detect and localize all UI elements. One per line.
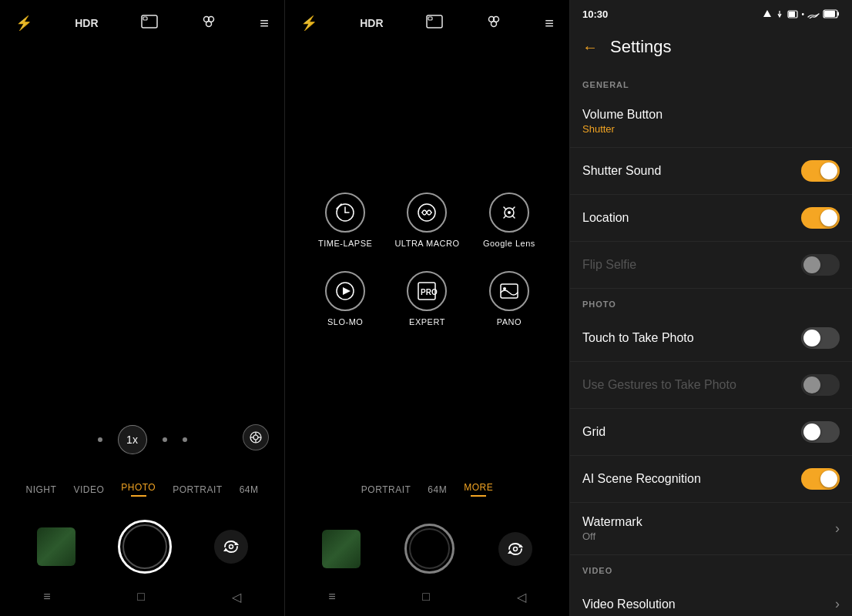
p2-nav-back-icon[interactable]: ◁ <box>517 590 526 604</box>
hdr-label[interactable]: HDR <box>75 17 98 29</box>
gallery-thumbnail[interactable] <box>37 527 75 566</box>
p2-thumbnail-image <box>322 530 361 568</box>
settings-header: ← Settings <box>570 28 852 69</box>
setting-location[interactable]: Location <box>570 195 852 242</box>
setting-touch-to-take[interactable]: Touch to Take Photo <box>570 315 852 362</box>
p2-gallery-thumbnail[interactable] <box>322 530 361 568</box>
svg-rect-15 <box>428 17 432 20</box>
p2-menu-icon[interactable]: ≡ <box>545 15 554 32</box>
mode-active-indicator <box>131 495 146 497</box>
location-info: Location <box>582 211 629 225</box>
svg-line-27 <box>504 216 506 218</box>
p2-gallery-icon[interactable] <box>426 15 443 32</box>
p2-mode-64m[interactable]: 64M <box>428 484 447 495</box>
mode-ultramacro[interactable]: ULTRA MACRO <box>390 192 464 248</box>
nav-home-icon[interactable]: □ <box>137 590 145 604</box>
camera-modes-panel: ⚡ HDR ≡ <box>285 0 570 616</box>
ai-scene-button[interactable] <box>243 424 269 450</box>
effects-icon[interactable] <box>200 13 217 34</box>
watermark-chevron: › <box>835 521 840 537</box>
flip-selfie-toggle[interactable] <box>801 254 840 276</box>
p2-navigation-bar: ≡ □ ◁ <box>285 578 569 616</box>
panel2-topbar: ⚡ HDR ≡ <box>285 0 569 46</box>
photo-section-header: PHOTO <box>570 289 852 315</box>
flip-camera-button[interactable] <box>214 530 248 564</box>
volume-button-info: Volume Button Shutter <box>582 108 662 135</box>
setting-grid[interactable]: Grid <box>570 409 852 456</box>
setting-video-resolution[interactable]: Video Resolution › <box>570 581 852 616</box>
watermark-label: Watermark <box>582 515 642 529</box>
p2-shutter-button[interactable] <box>404 524 455 574</box>
use-gestures-toggle[interactable] <box>801 374 840 396</box>
svg-rect-43 <box>824 11 835 17</box>
settings-title: Settings <box>610 37 672 57</box>
p2-mode-more[interactable]: MORE <box>464 482 493 497</box>
touch-to-take-label: Touch to Take Photo <box>582 331 694 345</box>
status-time: 10:30 <box>582 8 608 20</box>
timelapse-label: TIME-LAPSE <box>318 239 372 248</box>
setting-shutter-sound[interactable]: Shutter Sound <box>570 148 852 195</box>
nav-menu-icon[interactable]: ≡ <box>43 590 50 604</box>
p2-effects-icon[interactable] <box>485 13 502 34</box>
setting-flip-selfie[interactable]: Flip Selfie <box>570 242 852 289</box>
ultramacro-label: ULTRA MACRO <box>394 239 459 248</box>
setting-ai-scene[interactable]: AI Scene Recognition <box>570 456 852 503</box>
location-toggle[interactable] <box>801 207 840 229</box>
svg-rect-42 <box>837 12 839 16</box>
back-button[interactable]: ← <box>582 38 598 56</box>
p2-nav-menu-icon[interactable]: ≡ <box>328 590 335 604</box>
mode-night[interactable]: NIGHT <box>26 484 57 495</box>
grid-toggle-knob <box>803 424 820 440</box>
gallery-icon[interactable] <box>141 15 158 32</box>
p2-flash-icon[interactable]: ⚡ <box>300 15 317 32</box>
mode-slomo[interactable]: SLO-MO <box>308 271 382 326</box>
pano-icon <box>489 271 529 311</box>
mode-expert[interactable]: PRO EXPERT <box>390 271 464 326</box>
p2-hdr-label[interactable]: HDR <box>360 17 383 29</box>
status-bar: 10:30 • <box>570 0 852 28</box>
p2-mode-bar: PORTRAIT 64M MORE <box>285 482 569 497</box>
touch-to-take-toggle[interactable] <box>801 327 840 349</box>
mode-video[interactable]: VIDEO <box>73 484 104 495</box>
svg-marker-12 <box>223 548 228 551</box>
svg-text:PRO: PRO <box>421 288 438 296</box>
svg-marker-30 <box>343 287 351 295</box>
mode-timelapse[interactable]: TIME-LAPSE <box>308 192 382 248</box>
nav-back-icon[interactable]: ◁ <box>232 590 241 604</box>
p2-mode-portrait[interactable]: PORTRAIT <box>361 484 411 495</box>
grid-toggle[interactable] <box>801 421 840 443</box>
mode-64m[interactable]: 64M <box>240 484 259 495</box>
svg-marker-38 <box>763 10 771 17</box>
status-icons: • <box>763 9 840 18</box>
mode-pano[interactable]: PANO <box>472 271 546 326</box>
expert-label: EXPERT <box>409 317 445 326</box>
shutter-sound-toggle-knob <box>820 162 837 179</box>
p2-mode-active-indicator <box>471 495 486 497</box>
setting-watermark[interactable]: Watermark Off › <box>570 503 852 555</box>
p2-nav-home-icon[interactable]: □ <box>422 590 430 604</box>
shutter-sound-toggle[interactable] <box>801 160 840 182</box>
setting-volume-button[interactable]: Volume Button Shutter <box>570 95 852 148</box>
zoom-dot-1 <box>98 437 102 442</box>
volume-button-value: Shutter <box>582 123 662 135</box>
use-gestures-info: Use Gestures to Take Photo <box>582 378 736 392</box>
mode-photo[interactable]: PHOTO <box>121 482 156 497</box>
shutter-button[interactable] <box>118 520 172 574</box>
svg-line-25 <box>504 207 506 209</box>
p2-flip-camera-button[interactable] <box>498 532 532 566</box>
camera-main-panel: ⚡ HDR ≡ 1x <box>0 0 285 616</box>
svg-rect-40 <box>789 12 795 17</box>
timelapse-icon <box>325 192 365 233</box>
ai-scene-toggle-knob <box>820 470 837 487</box>
video-resolution-label: Video Resolution <box>582 598 676 611</box>
flip-selfie-info: Flip Selfie <box>582 258 636 272</box>
mode-googlelens[interactable]: Google Lens <box>472 192 546 248</box>
ai-scene-toggle[interactable] <box>801 468 840 490</box>
svg-point-13 <box>229 545 233 549</box>
zoom-button[interactable]: 1x <box>118 425 147 454</box>
video-resolution-info: Video Resolution <box>582 598 676 611</box>
menu-icon[interactable]: ≡ <box>260 15 269 32</box>
setting-use-gestures[interactable]: Use Gestures to Take Photo <box>570 362 852 409</box>
flash-icon[interactable]: ⚡ <box>15 15 32 32</box>
mode-portrait[interactable]: PORTRAIT <box>173 484 222 495</box>
